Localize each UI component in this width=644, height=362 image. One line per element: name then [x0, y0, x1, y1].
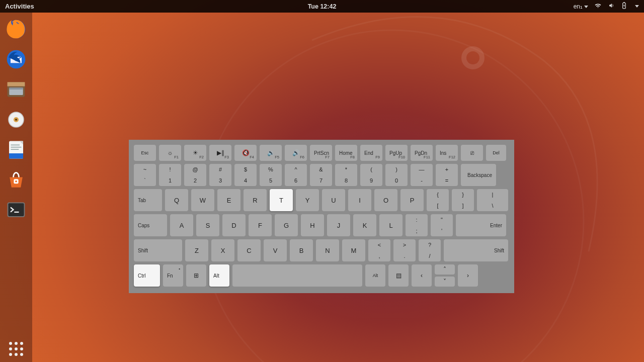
- key--[interactable]: }]: [452, 189, 474, 211]
- key-v[interactable]: V: [264, 239, 287, 261]
- key-o[interactable]: O: [374, 189, 397, 211]
- key--[interactable]: ›: [458, 264, 478, 287]
- key-g[interactable]: G: [275, 214, 298, 236]
- svg-rect-9: [9, 87, 23, 89]
- key--[interactable]: >.: [393, 239, 416, 261]
- key--[interactable]: ˅: [435, 277, 455, 287]
- key-b[interactable]: B: [290, 239, 313, 261]
- key-shift[interactable]: Shift: [134, 239, 182, 261]
- key--[interactable]: %5: [260, 164, 282, 186]
- key--[interactable]: 🔇F4: [234, 145, 257, 161]
- key--[interactable]: :;: [406, 214, 428, 236]
- key-esc[interactable]: Esc: [134, 145, 156, 161]
- key-a[interactable]: A: [170, 214, 193, 236]
- key--[interactable]: 🔉F5: [260, 145, 282, 161]
- key-q[interactable]: Q: [165, 189, 188, 211]
- key-e[interactable]: E: [217, 189, 240, 211]
- kbd-row-z: ShiftZXCVBNM<,>.?/Shift: [134, 239, 509, 261]
- key-m[interactable]: M: [342, 239, 365, 261]
- key-t[interactable]: T: [270, 189, 293, 211]
- input-source-indicator[interactable]: en₁: [574, 3, 588, 10]
- dock-firefox[interactable]: [5, 18, 28, 41]
- key-prtscn[interactable]: PrtScnF7: [310, 145, 332, 161]
- key-pgup[interactable]: PgUpF10: [385, 145, 408, 161]
- key--[interactable]: ~`: [134, 164, 156, 186]
- wifi-icon: [594, 3, 602, 10]
- dock-writer[interactable]: [5, 138, 28, 161]
- key--[interactable]: !1: [159, 164, 181, 186]
- key--[interactable]: "': [431, 214, 453, 236]
- key-alt[interactable]: Alt: [365, 264, 385, 287]
- key-p[interactable]: P: [400, 189, 424, 211]
- dock-thunderbird[interactable]: [5, 48, 28, 71]
- svg-rect-17: [11, 147, 22, 148]
- system-status-area[interactable]: en₁: [574, 2, 639, 11]
- key-fn[interactable]: Fn•: [163, 264, 183, 287]
- key--[interactable]: ?/: [419, 239, 441, 261]
- dock-terminal[interactable]: [5, 199, 28, 222]
- dock-software[interactable]: [5, 168, 28, 192]
- activities-button[interactable]: Activities: [5, 3, 34, 10]
- key-f[interactable]: F: [249, 214, 272, 236]
- key--[interactable]: ☼F1: [159, 145, 181, 161]
- key-y[interactable]: Y: [296, 189, 319, 211]
- chevron-down-icon: [635, 5, 639, 8]
- key-u[interactable]: U: [322, 189, 345, 211]
- key-x[interactable]: X: [211, 239, 234, 261]
- key-z[interactable]: Z: [185, 239, 208, 261]
- key--[interactable]: ☀F2: [184, 145, 206, 161]
- key--[interactable]: 🔊F6: [285, 145, 307, 161]
- key-tab[interactable]: Tab: [134, 189, 162, 211]
- battery-icon: [621, 2, 627, 11]
- key-backspace[interactable]: Backspace: [461, 164, 496, 186]
- key--[interactable]: ▶∥F3: [209, 145, 231, 161]
- key-s[interactable]: S: [196, 214, 219, 236]
- key--[interactable]: —-: [411, 164, 433, 186]
- show-applications-button[interactable]: [0, 342, 32, 356]
- key--[interactable]: {[: [427, 189, 449, 211]
- key-enter[interactable]: Enter: [456, 214, 506, 236]
- key-h[interactable]: H: [301, 214, 324, 236]
- key-alt[interactable]: Alt: [209, 264, 229, 287]
- key--[interactable]: ⊞: [186, 264, 206, 287]
- key--[interactable]: #3: [209, 164, 231, 186]
- key-caps[interactable]: Caps: [134, 214, 167, 236]
- key--[interactable]: $4: [234, 164, 257, 186]
- key-r[interactable]: R: [244, 189, 267, 211]
- key-home[interactable]: HomeF8: [335, 145, 357, 161]
- key--[interactable]: ^6: [285, 164, 307, 186]
- key--[interactable]: |\: [477, 189, 508, 211]
- key-del[interactable]: Del: [486, 145, 506, 161]
- key--[interactable]: )0: [385, 164, 408, 186]
- key-i[interactable]: I: [348, 189, 371, 211]
- dock-rhythmbox[interactable]: [5, 108, 28, 131]
- key-ctrl[interactable]: Ctrl: [134, 264, 160, 287]
- key-c[interactable]: C: [237, 239, 261, 261]
- key-w[interactable]: W: [191, 189, 214, 211]
- key-d[interactable]: D: [222, 214, 246, 236]
- key--[interactable]: @2: [184, 164, 206, 186]
- key--[interactable]: ˄: [435, 264, 455, 275]
- key--[interactable]: <,: [368, 239, 390, 261]
- key--[interactable]: ⎚: [461, 145, 483, 161]
- key-pgdn[interactable]: PgDnF11: [411, 145, 433, 161]
- key-ins[interactable]: InsF12: [436, 145, 458, 161]
- dock-files[interactable]: [5, 78, 28, 101]
- key-j[interactable]: J: [327, 214, 350, 236]
- svg-rect-15: [9, 153, 23, 159]
- key-n[interactable]: N: [316, 239, 339, 261]
- key-arrow-updown: ˄˅: [435, 264, 455, 287]
- key--[interactable]: &7: [310, 164, 332, 186]
- key-end[interactable]: EndF9: [360, 145, 382, 161]
- key--[interactable]: (9: [360, 164, 382, 186]
- key--[interactable]: ▤: [388, 264, 409, 287]
- key-l[interactable]: L: [379, 214, 403, 236]
- key-k[interactable]: K: [353, 214, 376, 236]
- key--[interactable]: *8: [335, 164, 357, 186]
- key--[interactable]: ‹: [412, 264, 432, 287]
- svg-rect-3: [623, 2, 624, 3]
- key--[interactable]: +=: [436, 164, 458, 186]
- key-space[interactable]: [232, 264, 362, 287]
- clock[interactable]: Tue 12:42: [308, 3, 337, 10]
- key-shift[interactable]: Shift: [444, 239, 508, 261]
